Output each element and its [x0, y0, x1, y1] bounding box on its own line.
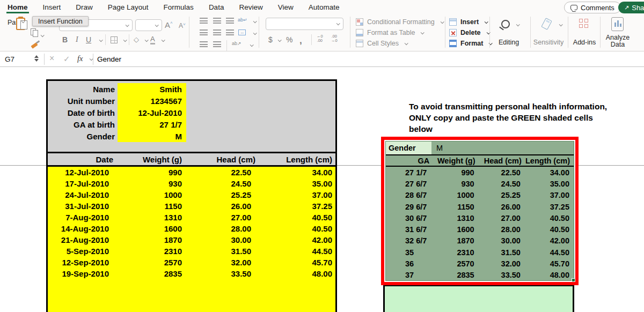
- underline-button[interactable]: U: [86, 35, 91, 44]
- weight-cell[interactable]: 2310: [118, 246, 186, 257]
- head-cell[interactable]: 30.00: [186, 234, 264, 246]
- length-cell[interactable]: 48.00: [264, 268, 335, 279]
- header-head[interactable]: Head (cm): [186, 153, 264, 165]
- patient-info-value-cell[interactable]: M: [118, 130, 186, 142]
- date-cell[interactable]: 12-Sep-2010: [48, 257, 118, 268]
- head-cell[interactable]: 28.00: [186, 223, 264, 234]
- bold-button[interactable]: B: [62, 35, 68, 44]
- tab-insert[interactable]: Insert: [42, 1, 62, 13]
- head-cell[interactable]: 30.00: [478, 235, 524, 247]
- cancel-icon[interactable]: ×: [49, 54, 54, 63]
- length-cell[interactable]: 42.00: [264, 234, 335, 246]
- gender-value-cell[interactable]: M: [431, 142, 443, 154]
- length-cell[interactable]: 40.50: [264, 212, 335, 223]
- header-length[interactable]: Length (cm): [264, 153, 335, 165]
- head-cell[interactable]: 27.00: [478, 212, 524, 224]
- tab-automate[interactable]: Automate: [308, 1, 341, 13]
- weight-cell[interactable]: 1150: [431, 201, 478, 212]
- analyze-data-icon[interactable]: [611, 17, 624, 31]
- enter-icon[interactable]: ✓: [63, 54, 70, 64]
- fill-color-chevron-icon[interactable]: [145, 38, 149, 42]
- patient-info-value-cell[interactable]: 12-Jul-2010: [118, 107, 186, 118]
- date-cell[interactable]: 17-Jul-2010: [48, 178, 118, 189]
- orientation-button[interactable]: ab↗: [232, 41, 241, 46]
- length-cell[interactable]: 45.70: [264, 257, 335, 268]
- sensitivity-chevron-icon[interactable]: [559, 23, 563, 26]
- length-cell[interactable]: 40.50: [264, 223, 335, 234]
- date-cell[interactable]: 14-Aug-2010: [48, 223, 118, 234]
- comments-button[interactable]: Comments: [564, 2, 621, 13]
- add-ins-icon[interactable]: [579, 19, 589, 28]
- header-date[interactable]: Date: [48, 153, 118, 165]
- length-cell[interactable]: 44.50: [264, 246, 335, 257]
- tab-formulas[interactable]: Formulas: [163, 1, 195, 13]
- weight-cell[interactable]: 990: [118, 167, 186, 178]
- tab-draw[interactable]: Draw: [75, 1, 94, 13]
- weight-cell[interactable]: 930: [431, 178, 478, 189]
- format-as-table-button[interactable]: Format as Table: [356, 28, 423, 37]
- length-cell[interactable]: 35.00: [264, 178, 335, 189]
- length-cell[interactable]: 44.50: [524, 247, 574, 258]
- weight-cell[interactable]: 2570: [118, 257, 186, 268]
- share-button[interactable]: ↗ Share: [618, 2, 644, 13]
- weight-cell[interactable]: 1000: [431, 190, 478, 201]
- head-cell[interactable]: 25.25: [186, 189, 264, 200]
- date-cell[interactable]: 31-Jul-2010: [48, 200, 118, 212]
- ga-cell[interactable]: 36: [386, 258, 431, 269]
- ga-cell[interactable]: 35: [386, 247, 431, 258]
- align-bottom-button[interactable]: [226, 18, 234, 24]
- weight-cell[interactable]: 1600: [431, 224, 478, 235]
- length-cell[interactable]: 37.25: [524, 201, 574, 212]
- head-cell[interactable]: 24.50: [478, 178, 524, 189]
- fill-color-button[interactable]: ◇: [134, 35, 139, 43]
- ga-cell[interactable]: 27 6/7: [386, 178, 431, 189]
- ga-cell[interactable]: 31 6/7: [386, 224, 431, 235]
- weight-cell[interactable]: 1310: [118, 212, 186, 223]
- merge-center-button[interactable]: ↔: [238, 29, 246, 35]
- formula-input[interactable]: Gender: [97, 52, 121, 66]
- align-middle-button[interactable]: [213, 18, 221, 24]
- head-cell[interactable]: 22.50: [478, 167, 524, 178]
- active-cell-gender[interactable]: Gender: [386, 142, 431, 154]
- analyze-data-label[interactable]: Analyze Data: [602, 34, 634, 48]
- tab-page-layout[interactable]: Page Layout: [107, 1, 150, 13]
- length-cell[interactable]: 37.25: [264, 200, 335, 212]
- head-cell[interactable]: 24.50: [186, 178, 264, 189]
- head-cell[interactable]: 26.00: [478, 201, 524, 212]
- ga-cell[interactable]: 28 6/7: [386, 190, 431, 201]
- ga-cell[interactable]: 37: [386, 270, 431, 281]
- length-cell[interactable]: 45.70: [524, 258, 574, 269]
- ga-cell[interactable]: 27 1/7: [386, 167, 431, 178]
- ga-cell[interactable]: 29 6/7: [386, 201, 431, 212]
- number-format-select[interactable]: [266, 18, 343, 30]
- date-cell[interactable]: 21-Aug-2010: [48, 234, 118, 246]
- wrap-text-button[interactable]: ab↵: [238, 17, 247, 23]
- weight-cell[interactable]: 2835: [118, 268, 186, 279]
- weight-cell[interactable]: 930: [118, 178, 186, 189]
- header-weight[interactable]: Weight (g): [431, 155, 477, 166]
- weight-cell[interactable]: 1000: [118, 189, 186, 200]
- format-cells-button[interactable]: Format: [449, 39, 492, 48]
- header-weight[interactable]: Weight (g): [118, 153, 186, 165]
- patient-info-value-cell[interactable]: Smith: [118, 83, 186, 95]
- italic-button[interactable]: I: [76, 35, 78, 44]
- date-cell[interactable]: 12-Jul-2010: [48, 167, 118, 178]
- weight-cell[interactable]: 1870: [118, 234, 186, 246]
- editing-chevron-icon[interactable]: [516, 23, 520, 26]
- delete-cells-button[interactable]: Delete: [449, 28, 489, 37]
- font-color-chevron-icon[interactable]: [162, 38, 165, 42]
- copy-button[interactable]: [31, 28, 43, 39]
- patient-info-value-cell[interactable]: 1234567: [118, 95, 186, 107]
- comma-format-button[interactable]: ,: [299, 35, 302, 46]
- head-cell[interactable]: 22.50: [186, 167, 264, 178]
- align-left-button[interactable]: [200, 29, 208, 35]
- underline-chevron-icon[interactable]: [99, 38, 103, 42]
- header-ga[interactable]: GA: [386, 155, 431, 166]
- sensitivity-label[interactable]: Sensitivity: [529, 39, 568, 46]
- borders-button[interactable]: [111, 36, 118, 43]
- head-cell[interactable]: 32.00: [478, 258, 524, 269]
- head-cell[interactable]: 31.50: [478, 247, 524, 258]
- weight-cell[interactable]: 2310: [431, 247, 478, 258]
- head-cell[interactable]: 33.50: [478, 270, 524, 281]
- grow-font-button[interactable]: A˄: [165, 20, 173, 29]
